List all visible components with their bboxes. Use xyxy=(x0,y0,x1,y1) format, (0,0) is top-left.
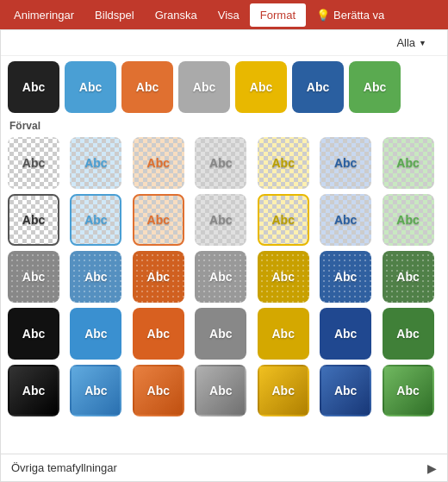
bottom-bar-arrow-icon: ▶ xyxy=(427,461,437,475)
thumb-featured-green[interactable]: Abc xyxy=(349,61,401,113)
menu-item-animeringar[interactable]: Animeringar xyxy=(3,3,84,27)
thumb-dotted-black[interactable]: Abc xyxy=(8,251,59,303)
abc-label: Abc xyxy=(84,384,107,397)
abc-label: Abc xyxy=(334,156,357,170)
abc-label: Abc xyxy=(364,80,386,94)
abc-label: Abc xyxy=(147,327,170,341)
abc-label: Abc xyxy=(147,156,170,170)
thumb-solid-gray[interactable]: Abc xyxy=(195,308,246,360)
abc-label: Abc xyxy=(84,327,107,341)
thumb-bordered-gray[interactable]: Abc xyxy=(195,194,246,246)
thumb-solid-black[interactable]: Abc xyxy=(8,308,59,360)
thumb-grad-darkblue[interactable]: Abc xyxy=(320,365,371,416)
thumb-bordered-darkblue[interactable]: Abc xyxy=(320,194,371,246)
abc-label: Abc xyxy=(334,213,357,227)
abc-label: Abc xyxy=(147,270,170,284)
thumb-trans-green[interactable]: Abc xyxy=(383,137,434,189)
thumb-featured-black[interactable]: Abc xyxy=(8,61,59,113)
thumb-solid-orange[interactable]: Abc xyxy=(133,308,184,360)
thumb-grad-blue[interactable]: Abc xyxy=(70,365,121,416)
thumb-solid-green[interactable]: Abc xyxy=(383,308,434,360)
thumb-trans-blue[interactable]: Abc xyxy=(70,137,121,189)
thumb-solid-darkblue[interactable]: Abc xyxy=(320,308,371,360)
thumb-trans-gray[interactable]: Abc xyxy=(195,137,246,189)
content-area[interactable]: Abc Abc Abc Abc Abc Abc Abc Förval Abc A… xyxy=(1,56,447,454)
thumb-dotted-darkblue[interactable]: Abc xyxy=(320,251,371,303)
menu-item-bildspel[interactable]: Bildspel xyxy=(84,3,145,27)
thumb-grid-row3: Abc Abc Abc Abc Abc Abc Abc xyxy=(8,251,440,303)
thumb-grad-black[interactable]: Abc xyxy=(8,365,59,416)
thumb-bordered-yellow[interactable]: Abc xyxy=(258,194,309,246)
abc-label: Abc xyxy=(193,80,215,94)
thumb-trans-orange[interactable]: Abc xyxy=(133,137,184,189)
abc-label: Abc xyxy=(22,384,45,397)
thumb-bordered-green[interactable]: Abc xyxy=(383,194,434,246)
abc-label: Abc xyxy=(271,327,294,341)
abc-label: Abc xyxy=(271,384,294,397)
thumb-featured-yellow[interactable]: Abc xyxy=(235,61,287,113)
thumb-grid-row4: Abc Abc Abc Abc Abc Abc Abc xyxy=(8,308,440,360)
forval-label: Förval xyxy=(9,120,440,132)
abc-label: Abc xyxy=(147,213,170,227)
abc-label: Abc xyxy=(22,80,45,94)
abc-label: Abc xyxy=(22,327,45,341)
abc-label: Abc xyxy=(209,384,232,397)
thumb-grad-orange[interactable]: Abc xyxy=(133,365,184,416)
abc-label: Abc xyxy=(136,80,159,94)
thumb-grid-row1: Abc Abc Abc Abc Abc Abc Abc xyxy=(8,137,440,189)
abc-label: Abc xyxy=(79,80,102,94)
thumb-grid-row5: Abc Abc Abc Abc Abc Abc Abc xyxy=(8,365,440,416)
thumb-dotted-yellow[interactable]: Abc xyxy=(258,251,309,303)
thumb-dotted-orange[interactable]: Abc xyxy=(133,251,184,303)
menu-item-beratta[interactable]: 💡 Berätta va xyxy=(306,3,395,27)
thumb-grad-green[interactable]: Abc xyxy=(383,365,434,416)
thumb-featured-orange[interactable]: Abc xyxy=(121,61,173,113)
bottom-bar-label[interactable]: Övriga temafyllningar xyxy=(11,461,117,474)
thumb-grid-row2: Abc Abc Abc Abc Abc Abc Abc xyxy=(8,194,440,246)
thumb-grad-gray[interactable]: Abc xyxy=(195,365,246,416)
abc-label: Abc xyxy=(209,270,232,284)
menu-item-visa[interactable]: Visa xyxy=(208,3,250,27)
abc-label: Abc xyxy=(147,384,170,397)
dropdown-panel: Alla Abc Abc Abc Abc Abc Abc Abc Förval … xyxy=(0,29,448,482)
abc-label: Abc xyxy=(271,156,294,170)
thumb-solid-blue[interactable]: Abc xyxy=(70,308,121,360)
thumb-solid-yellow[interactable]: Abc xyxy=(258,308,309,360)
thumb-bordered-black[interactable]: Abc xyxy=(8,194,59,246)
thumb-featured-gray[interactable]: Abc xyxy=(178,61,230,113)
menu-bar: Animeringar Bildspel Granska Visa Format… xyxy=(0,0,448,29)
featured-row: Abc Abc Abc Abc Abc Abc Abc xyxy=(8,61,440,113)
thumb-trans-yellow[interactable]: Abc xyxy=(258,137,309,189)
abc-label: Abc xyxy=(250,80,272,94)
thumb-grad-yellow[interactable]: Abc xyxy=(258,365,309,416)
abc-label: Abc xyxy=(396,213,419,227)
abc-label: Abc xyxy=(334,384,357,397)
filter-label: Alla xyxy=(396,36,415,49)
thumb-dotted-gray[interactable]: Abc xyxy=(195,251,246,303)
bottom-bar[interactable]: Övriga temafyllningar ▶ xyxy=(1,454,447,481)
lightbulb-icon: 💡 xyxy=(316,9,330,22)
filter-dropdown[interactable]: Alla xyxy=(396,36,426,49)
abc-label: Abc xyxy=(209,327,232,341)
menu-item-granska[interactable]: Granska xyxy=(145,3,208,27)
thumb-trans-darkblue[interactable]: Abc xyxy=(320,137,371,189)
thumb-featured-darkblue[interactable]: Abc xyxy=(292,61,344,113)
thumb-bordered-blue[interactable]: Abc xyxy=(70,194,121,246)
thumb-featured-blue[interactable]: Abc xyxy=(65,61,116,113)
menu-item-format[interactable]: Format xyxy=(250,3,306,27)
abc-label: Abc xyxy=(396,156,419,170)
abc-label: Abc xyxy=(209,156,232,170)
abc-label: Abc xyxy=(84,156,107,170)
abc-label: Abc xyxy=(271,270,294,284)
beratta-label: Berätta va xyxy=(333,9,384,22)
abc-label: Abc xyxy=(334,327,357,341)
thumb-dotted-blue[interactable]: Abc xyxy=(70,251,121,303)
abc-label: Abc xyxy=(307,80,329,94)
abc-label: Abc xyxy=(84,270,107,284)
abc-label: Abc xyxy=(271,213,294,227)
thumb-bordered-orange[interactable]: Abc xyxy=(133,194,184,246)
thumb-trans-plain[interactable]: Abc xyxy=(8,137,59,189)
abc-label: Abc xyxy=(396,384,419,397)
abc-label: Abc xyxy=(209,213,232,227)
thumb-dotted-green[interactable]: Abc xyxy=(383,251,434,303)
